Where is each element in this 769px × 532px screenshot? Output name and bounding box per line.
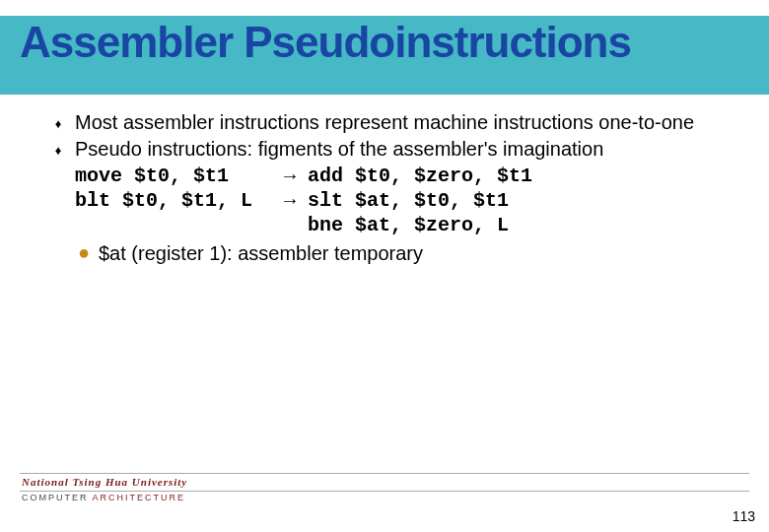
diamond-icon: ♦ <box>49 110 67 132</box>
arrow-icon: → <box>272 164 308 188</box>
sub-bullet-item: ● $at (register 1): assembler temporary <box>75 241 749 266</box>
arrow-spacer <box>272 213 308 237</box>
sub-bullet-text: $at (register 1): assembler temporary <box>99 241 749 266</box>
content-area: ♦ Most assembler instructions represent … <box>49 110 749 266</box>
page-number: 113 <box>733 508 755 524</box>
code-right: bne $at, $zero, L <box>308 213 509 237</box>
footer: National Tsing Hua University COMPUTER A… <box>0 473 769 506</box>
arrow-icon: → <box>272 188 308 213</box>
code-right: add $t0, $zero, $t1 <box>308 164 532 188</box>
divider <box>20 473 749 474</box>
code-block: move $t0, $t1 → add $t0, $zero, $t1 blt … <box>75 164 749 237</box>
bullet-text: Most assembler instructions represent ma… <box>75 110 749 135</box>
dept-architecture: ARCHITECTURE <box>93 493 186 502</box>
diamond-icon: ♦ <box>49 137 67 159</box>
slide-title: Assembler Pseudoinstructions <box>20 18 631 67</box>
divider <box>20 491 749 492</box>
bullet-item: ♦ Pseudo instructions: figments of the a… <box>49 137 749 162</box>
code-left: move $t0, $t1 <box>75 164 272 188</box>
university-name: National Tsing Hua University <box>22 476 187 488</box>
code-right: slt $at, $t0, $t1 <box>308 188 509 213</box>
code-row: bne $at, $zero, L <box>75 213 749 237</box>
department-name: COMPUTER ARCHITECTURE <box>22 493 185 502</box>
code-row: blt $t0, $t1, L → slt $at, $t0, $t1 <box>75 188 749 213</box>
slide: Assembler Pseudoinstructions ♦ Most asse… <box>0 0 769 532</box>
dept-prefix: COMPUTER <box>22 493 93 502</box>
dot-icon: ● <box>75 241 93 263</box>
code-left <box>75 213 272 237</box>
code-row: move $t0, $t1 → add $t0, $zero, $t1 <box>75 164 749 188</box>
code-left: blt $t0, $t1, L <box>75 188 272 213</box>
bullet-item: ♦ Most assembler instructions represent … <box>49 110 749 135</box>
bullet-text: Pseudo instructions: figments of the ass… <box>75 137 749 162</box>
